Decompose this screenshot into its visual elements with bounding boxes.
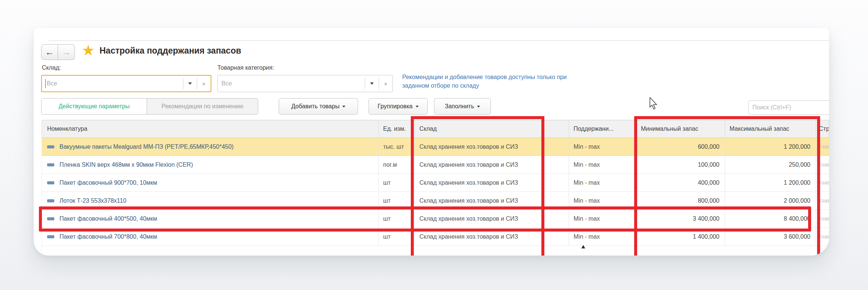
warehouse-clear-icon[interactable]: × (197, 76, 211, 91)
stock-settings-table: Номенклатура Ед. изм. Склад Поддержани..… (42, 120, 829, 256)
warehouse-filter-hint: Рекомендации и добавление товаров доступ… (402, 73, 642, 90)
category-label: Товарная категория: (217, 64, 274, 71)
dropdown-arrow-icon (477, 106, 480, 108)
dropdown-arrow-icon (342, 106, 345, 108)
app-window: ← → ★ Настройка поддержания запасов Скла… (34, 28, 829, 256)
favorite-star-icon[interactable]: ★ (82, 43, 95, 58)
item-dash-icon (47, 235, 54, 238)
category-dropdown-icon[interactable] (365, 75, 379, 92)
dropdown-arrow-icon (416, 106, 419, 108)
grouping-button[interactable]: Группировка (369, 98, 428, 115)
column-header-empty (542, 120, 569, 138)
column-header-safety[interactable]: Стра (816, 120, 829, 138)
category-value: Все (218, 80, 365, 87)
table-row[interactable]: Пакет фасовочный 700*800, 40мкм шт Склад… (42, 228, 829, 246)
cursor-artifact (581, 245, 585, 248)
item-dash-icon (47, 145, 54, 148)
add-goods-button[interactable]: Добавить товары (279, 98, 358, 115)
category-field[interactable]: Все × (217, 75, 393, 92)
page-background: ← → ★ Настройка поддержания запасов Скла… (0, 0, 868, 290)
warehouse-field[interactable]: Все × (41, 75, 211, 92)
warehouse-label: Склад: (42, 64, 61, 71)
column-header-min-stock[interactable]: Минимальный запас (636, 120, 725, 138)
table-row[interactable]: Пленка SKIN верх 468мм x 90мкм Flexion (… (42, 156, 829, 174)
window-top-divider (49, 40, 829, 41)
item-dash-icon (47, 199, 54, 202)
column-header-max-stock[interactable]: Максимальный запас (725, 120, 816, 138)
table-header-row: Номенклатура Ед. изм. Склад Поддержани..… (42, 120, 829, 138)
column-header-unit[interactable]: Ед. изм. (379, 120, 415, 138)
table-row-annotated[interactable]: Пакет фасовочный 400*500, 40мкм шт Склад… (42, 210, 829, 228)
page-title: Настройка поддержания запасов (100, 46, 241, 56)
column-header-maintenance[interactable]: Поддержани... (569, 120, 636, 138)
warehouse-value: Все (46, 80, 183, 87)
column-header-warehouse[interactable]: Склад (415, 120, 542, 138)
active-params-tab[interactable]: Действующие параметры (41, 98, 147, 115)
table-row[interactable]: Лоток Т-23 553х378х110 шт Склад хранения… (42, 192, 829, 210)
category-clear-icon[interactable]: × (379, 75, 392, 92)
view-switch: Действующие параметры Рекомендации по из… (41, 98, 258, 115)
empty-table-area (42, 246, 829, 256)
fill-button[interactable]: Заполнить (434, 98, 491, 115)
recommendations-tab[interactable]: Рекомендации по изменению (147, 98, 258, 115)
item-dash-icon (47, 163, 54, 166)
table-row[interactable]: Пакет фасовочный 900*700, 10мкм шт Склад… (42, 174, 829, 192)
forward-button[interactable]: → (58, 44, 75, 60)
search-input[interactable] (748, 100, 829, 115)
back-button[interactable]: ← (41, 44, 58, 60)
warehouse-dropdown-icon[interactable] (183, 76, 197, 91)
item-dash-icon (47, 181, 54, 184)
table-row[interactable]: Вакуумные пакеты Mealguard ММ-ПЗ (PET/PE… (42, 138, 829, 156)
column-header-nomenclature[interactable]: Номенклатура (42, 120, 379, 138)
item-dash-icon (47, 217, 54, 220)
history-nav: ← → (41, 44, 75, 60)
